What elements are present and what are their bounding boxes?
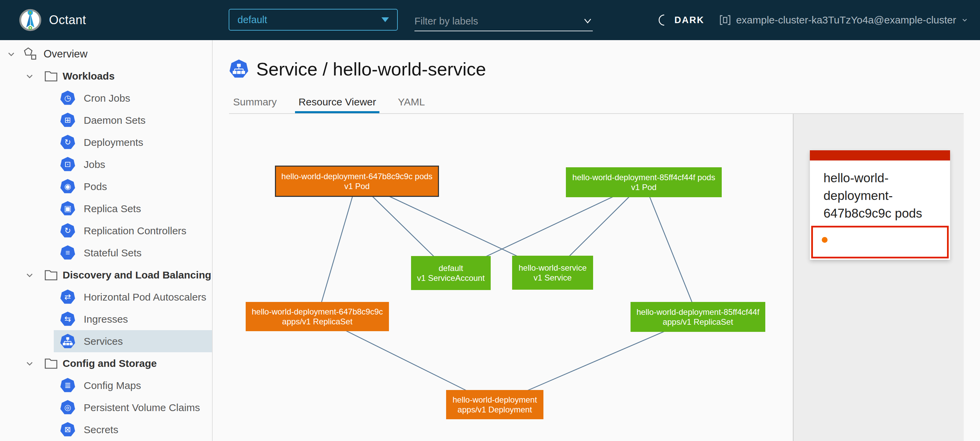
graph-node-name: hello-world-deployment xyxy=(453,395,537,405)
pods-icon: ◉ xyxy=(60,179,76,195)
node-detail-title: hello-world-deployment-647b8c9c9c pods xyxy=(810,160,950,224)
sidebar-item-config-and-storage[interactable]: Config and Storage xyxy=(0,352,212,374)
sidebar-item-label: Replica Sets xyxy=(84,203,141,214)
chevron-down-icon[interactable] xyxy=(582,17,593,25)
daemon-sets-icon: ⊞ xyxy=(60,113,76,128)
resource-viewer-canvas[interactable]: hello-world-deployment-647b8c9c9c podsv1… xyxy=(213,114,793,441)
graph-node-kind: v1 Pod xyxy=(344,181,370,191)
graph-node-sa-default[interactable]: defaultv1 ServiceAccount xyxy=(411,256,491,290)
sidebar-item-daemon-sets[interactable]: ⊞Daemon Sets xyxy=(54,109,212,131)
cluster-context-label: example-cluster-ka3TuTzYo4a@example-clus… xyxy=(736,14,956,26)
filter-by-labels-input[interactable] xyxy=(414,16,582,27)
chevron-down-icon[interactable] xyxy=(25,271,41,279)
horizontal-pod-autoscalers-icon: ⇄ xyxy=(60,289,76,305)
namespace-dropdown[interactable]: default xyxy=(229,9,398,30)
label-filter xyxy=(414,11,593,31)
page-title-text: Service / hello-world-service xyxy=(256,59,486,79)
graph-node-kind: v1 Pod xyxy=(631,182,657,192)
pod-status-box[interactable] xyxy=(811,226,949,259)
sidebar-item-persistent-volume-claims[interactable]: ◎Persistent Volume Claims xyxy=(54,397,212,419)
sidebar-item-label: Persistent Volume Claims xyxy=(84,402,200,414)
graph-node-name: hello-world-service xyxy=(519,263,587,273)
sidebar-item-workloads[interactable]: Workloads xyxy=(0,65,212,87)
graph-node-name: hello-world-deployment-85ff4cf44f pods xyxy=(572,172,715,182)
sidebar-item-replica-sets[interactable]: ▣Replica Sets xyxy=(54,198,212,220)
sidebar-item-label: Horizontal Pod Autoscalers xyxy=(84,291,206,303)
chevron-down-icon[interactable] xyxy=(25,72,41,81)
sidebar-nav: OverviewWorkloads◷Cron Jobs⊞Daemon Sets↻… xyxy=(0,40,213,441)
graph-edge-pod-85f-rs-85f xyxy=(644,182,698,317)
sidebar-item-deployments[interactable]: ↻Deployments xyxy=(54,131,212,153)
graph-node-kind: apps/v1 ReplicaSet xyxy=(282,317,353,327)
stateful-sets-icon: ≡ xyxy=(60,245,76,261)
graph-node-kind: v1 Service xyxy=(533,273,572,282)
sidebar-item-label: Pods xyxy=(84,181,107,192)
folder-icon xyxy=(43,268,59,282)
overview-icon xyxy=(22,46,38,62)
sidebar-item-stateful-sets[interactable]: ≡Stateful Sets xyxy=(54,242,212,264)
dropdown-caret-icon xyxy=(382,17,389,22)
theme-toggle-label: DARK xyxy=(675,15,705,25)
chevron-down-icon xyxy=(961,16,969,24)
node-detail-card[interactable]: hello-world-deployment-647b8c9c9c pods xyxy=(810,150,950,260)
graph-node-kind: v1 ServiceAccount xyxy=(417,273,485,283)
chevron-down-icon[interactable] xyxy=(25,359,41,368)
replication-controllers-icon: ↻ xyxy=(60,223,76,239)
graph-node-deployment[interactable]: hello-world-deploymentapps/v1 Deployment xyxy=(446,390,543,419)
sidebar-item-cron-jobs[interactable]: ◷Cron Jobs xyxy=(54,87,212,109)
page-gutter xyxy=(964,114,980,441)
graph-node-pod-85f[interactable]: hello-world-deployment-85ff4cf44f podsv1… xyxy=(566,167,722,197)
sidebar-item-ingresses[interactable]: ⇆Ingresses xyxy=(54,308,212,330)
sidebar-item-pods[interactable]: ◉Pods xyxy=(54,175,212,198)
sidebar-item-replication-controllers[interactable]: ↻Replication Controllers xyxy=(54,220,212,242)
moon-icon xyxy=(657,14,669,26)
folder-icon xyxy=(43,69,59,84)
folder-icon xyxy=(43,356,59,371)
service-icon xyxy=(229,59,249,79)
main-content: Service / hello-world-service SummaryRes… xyxy=(213,40,980,441)
graph-node-name: default xyxy=(439,263,463,273)
tab-yaml[interactable]: YAML xyxy=(395,90,428,114)
deployments-icon: ↻ xyxy=(60,135,76,150)
namespace-dropdown-value: default xyxy=(237,14,267,25)
sidebar-item-overview[interactable]: Overview xyxy=(0,43,212,65)
pod-status-dot[interactable] xyxy=(822,237,827,243)
config-maps-icon: ≣ xyxy=(60,378,76,393)
graph-node-svc-hello-world-service[interactable]: hello-world-servicev1 Service xyxy=(512,256,593,290)
sidebar-item-label: Deployments xyxy=(84,137,143,148)
sidebar-item-jobs[interactable]: ⊡Jobs xyxy=(54,153,212,175)
cron-jobs-icon: ◷ xyxy=(60,90,76,106)
app-title: Octant xyxy=(49,0,86,40)
sidebar-item-label: Workloads xyxy=(63,70,115,82)
sidebar-item-label: Jobs xyxy=(84,159,105,170)
sidebar-item-label: Replication Controllers xyxy=(84,225,186,236)
graph-node-pod-647[interactable]: hello-world-deployment-647b8c9c9c podsv1… xyxy=(275,166,439,197)
tab-bar: SummaryResource ViewerYAML xyxy=(230,90,443,114)
graph-node-rs-647[interactable]: hello-world-deployment-647b8c9c9capps/v1… xyxy=(246,302,389,331)
ingresses-icon: ⇆ xyxy=(60,311,76,327)
page-title: Service / hello-world-service xyxy=(229,59,486,79)
tab-resource-viewer[interactable]: Resource Viewer xyxy=(295,90,379,114)
detail-panel: hello-world-deployment-647b8c9c9c pods xyxy=(793,114,964,441)
app-header: Octant default DARK example-cluster-ka3T… xyxy=(0,0,980,40)
theme-toggle-dark[interactable]: DARK xyxy=(657,0,705,40)
sidebar-item-label: Stateful Sets xyxy=(84,247,142,259)
sidebar-item-horizontal-pod-autoscalers[interactable]: ⇄Horizontal Pod Autoscalers xyxy=(54,286,212,308)
graph-node-rs-85f[interactable]: hello-world-deployment-85ff4cf44fapps/v1… xyxy=(630,302,765,332)
cluster-icon xyxy=(719,14,731,26)
cluster-context-selector[interactable]: example-cluster-ka3TuTzYo4a@example-clus… xyxy=(719,0,969,40)
sidebar-item-services[interactable]: Services xyxy=(54,330,212,352)
sidebar-item-secrets[interactable]: ⊠Secrets xyxy=(54,419,212,441)
graph-node-name: hello-world-deployment-647b8c9c9c xyxy=(252,307,383,317)
sidebar-item-discovery-and-load-balancing[interactable]: Discovery and Load Balancing xyxy=(0,264,212,286)
sidebar-item-label: Secrets xyxy=(84,424,118,436)
sidebar-item-label: Discovery and Load Balancing xyxy=(63,269,211,281)
secrets-icon: ⊠ xyxy=(60,422,76,438)
replica-sets-icon: ▣ xyxy=(60,201,76,217)
graph-node-kind: apps/v1 Deployment xyxy=(458,405,532,414)
persistent-volume-claims-icon: ◎ xyxy=(60,400,76,416)
chevron-down-icon[interactable] xyxy=(7,50,22,59)
sidebar-item-config-maps[interactable]: ≣Config Maps xyxy=(54,374,212,397)
sidebar-item-label: Services xyxy=(84,336,123,347)
tab-summary[interactable]: Summary xyxy=(230,90,280,114)
